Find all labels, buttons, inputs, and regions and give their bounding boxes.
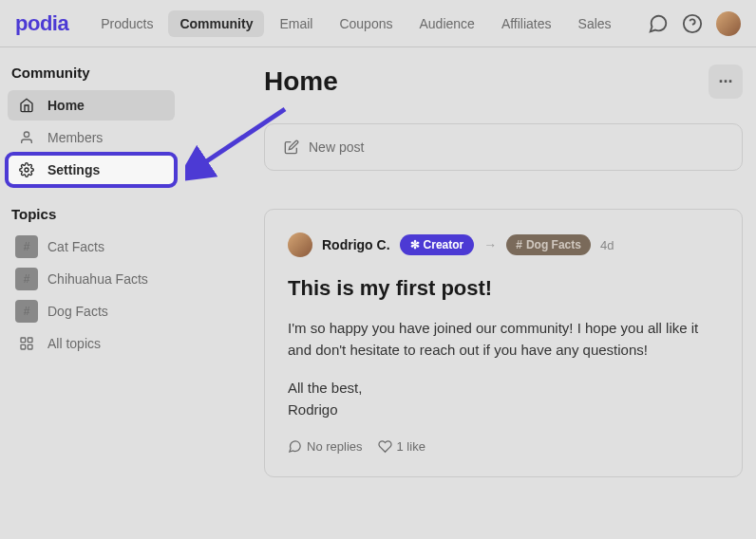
nav-coupons[interactable]: Coupons (328, 10, 404, 37)
user-icon (15, 126, 38, 149)
svg-rect-6 (28, 344, 32, 349)
user-avatar[interactable] (716, 11, 741, 36)
help-icon[interactable] (682, 13, 703, 34)
post-time: 4d (600, 238, 614, 252)
new-post-button[interactable]: New post (264, 123, 743, 171)
topic-label: Cat Facts (47, 239, 104, 254)
post-body: I'm so happy you have joined our communi… (288, 318, 719, 361)
nav-audience[interactable]: Audience (407, 10, 485, 37)
post-tag-label: Dog Facts (526, 238, 581, 251)
post-sign-line1: All the best, (288, 378, 719, 400)
nav-affiliates[interactable]: Affiliates (490, 10, 563, 37)
svg-rect-4 (21, 338, 26, 343)
topic-item[interactable]: # Dog Facts (8, 296, 175, 326)
topic-item[interactable]: # Cat Facts (8, 232, 175, 262)
hash-icon: # (15, 300, 38, 323)
sidebar-item-label: Settings (47, 162, 100, 177)
page-header: Home ··· (264, 65, 743, 99)
nav-items: Products Community Email Coupons Audienc… (89, 10, 648, 37)
arrow-icon: → (483, 237, 497, 252)
post-avatar[interactable] (288, 232, 312, 257)
nav-products[interactable]: Products (89, 10, 164, 37)
post-sign-line2: Rodrigo (288, 400, 719, 421)
new-post-label: New post (309, 139, 364, 155)
topic-label: Dog Facts (47, 304, 108, 319)
post-header: Rodrigo C. ✻ Creator → # Dog Facts 4d (288, 232, 719, 257)
sidebar-nav: Home Members Settings (8, 90, 175, 185)
sidebar-item-label: Members (47, 130, 103, 145)
svg-rect-7 (21, 344, 26, 349)
nav-right (648, 11, 741, 36)
likes-label: 1 like (397, 439, 425, 454)
grid-icon (15, 332, 38, 355)
topics-list: # Cat Facts # Chihuahua Facts # Dog Fact… (8, 232, 175, 359)
svg-rect-5 (28, 338, 32, 343)
svg-point-3 (25, 168, 28, 172)
main-content: Home ··· New post Rodrigo C. ✻ Creator → (182, 47, 756, 539)
post-title: This is my first post! (288, 276, 719, 301)
heart-icon (378, 439, 392, 454)
post-actions: No replies 1 like (288, 439, 719, 454)
creator-badge-label: Creator (424, 238, 464, 251)
nav-email[interactable]: Email (268, 10, 324, 37)
sidebar-item-members[interactable]: Members (8, 122, 175, 153)
sidebar-item-all-topics[interactable]: All topics (8, 328, 175, 359)
chat-icon[interactable] (648, 13, 669, 34)
hash-icon: # (516, 238, 522, 251)
dots-icon: ··· (718, 72, 732, 92)
sidebar-item-home[interactable]: Home (8, 90, 175, 121)
sparkle-icon: ✻ (410, 238, 420, 251)
svg-point-2 (24, 132, 28, 137)
sidebar: Community Home Members Settings (0, 47, 182, 539)
sidebar-item-settings[interactable]: Settings (8, 155, 175, 185)
likes-button[interactable]: 1 like (378, 439, 425, 454)
top-nav: podia Products Community Email Coupons A… (0, 0, 756, 47)
page-title: Home (264, 66, 338, 97)
home-icon (15, 94, 38, 117)
hash-icon: # (15, 268, 38, 290)
layout: Community Home Members Settings (0, 47, 756, 539)
sidebar-heading: Community (8, 65, 175, 90)
hash-icon: # (15, 235, 38, 258)
nav-sales[interactable]: Sales (567, 10, 623, 37)
replies-button[interactable]: No replies (288, 439, 363, 454)
nav-community[interactable]: Community (168, 10, 264, 37)
gear-icon (15, 158, 38, 181)
post-card: Rodrigo C. ✻ Creator → # Dog Facts 4d Th… (264, 209, 743, 477)
brand-logo[interactable]: podia (15, 11, 68, 36)
post-author[interactable]: Rodrigo C. (322, 237, 390, 252)
post-signature: All the best, Rodrigo (288, 378, 719, 420)
topic-label: Chihuahua Facts (47, 271, 148, 287)
creator-badge: ✻ Creator (400, 234, 475, 255)
topics-heading: Topics (8, 185, 175, 232)
more-button[interactable]: ··· (709, 65, 743, 99)
sidebar-item-label: All topics (47, 336, 101, 351)
post-tag[interactable]: # Dog Facts (506, 234, 591, 255)
replies-label: No replies (307, 439, 363, 454)
topic-item[interactable]: # Chihuahua Facts (8, 264, 175, 294)
sidebar-item-label: Home (47, 98, 85, 113)
compose-icon (284, 139, 299, 155)
reply-icon (288, 439, 302, 454)
